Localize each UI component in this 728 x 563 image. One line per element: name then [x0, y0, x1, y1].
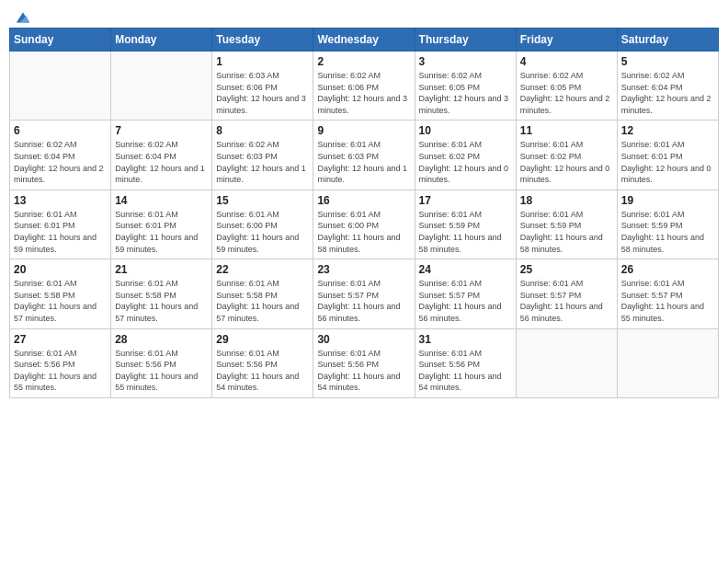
- calendar-cell: 31Sunrise: 6:01 AM Sunset: 5:56 PM Dayli…: [415, 328, 516, 397]
- day-info: Sunrise: 6:01 AM Sunset: 6:02 PM Dayligh…: [419, 139, 512, 185]
- day-info: Sunrise: 6:01 AM Sunset: 5:58 PM Dayligh…: [216, 278, 309, 324]
- day-info: Sunrise: 6:01 AM Sunset: 5:57 PM Dayligh…: [520, 278, 613, 324]
- calendar-cell: 1Sunrise: 6:03 AM Sunset: 6:06 PM Daylig…: [212, 52, 313, 121]
- day-info: Sunrise: 6:01 AM Sunset: 6:02 PM Dayligh…: [520, 139, 613, 185]
- day-number: 3: [419, 55, 512, 68]
- calendar-cell: 5Sunrise: 6:02 AM Sunset: 6:04 PM Daylig…: [617, 52, 718, 121]
- calendar-cell: 23Sunrise: 6:01 AM Sunset: 5:57 PM Dayli…: [313, 259, 415, 328]
- calendar-cell: [617, 328, 718, 397]
- calendar-cell: 8Sunrise: 6:02 AM Sunset: 6:03 PM Daylig…: [212, 121, 313, 190]
- calendar-cell: 3Sunrise: 6:02 AM Sunset: 6:05 PM Daylig…: [415, 52, 516, 121]
- calendar-cell: 9Sunrise: 6:01 AM Sunset: 6:03 PM Daylig…: [313, 121, 415, 190]
- calendar-cell: [516, 328, 617, 397]
- day-info: Sunrise: 6:01 AM Sunset: 5:59 PM Dayligh…: [520, 209, 613, 255]
- calendar-cell: 22Sunrise: 6:01 AM Sunset: 5:58 PM Dayli…: [212, 259, 313, 328]
- day-info: Sunrise: 6:02 AM Sunset: 6:03 PM Dayligh…: [216, 139, 309, 185]
- day-info: Sunrise: 6:01 AM Sunset: 6:03 PM Dayligh…: [317, 139, 410, 185]
- calendar-cell: 7Sunrise: 6:02 AM Sunset: 6:04 PM Daylig…: [111, 121, 212, 190]
- day-info: Sunrise: 6:01 AM Sunset: 5:56 PM Dayligh…: [317, 348, 410, 394]
- day-info: Sunrise: 6:01 AM Sunset: 5:57 PM Dayligh…: [419, 278, 512, 324]
- day-number: 25: [520, 263, 613, 276]
- day-info: Sunrise: 6:01 AM Sunset: 5:57 PM Dayligh…: [317, 278, 410, 324]
- day-number: 6: [14, 124, 107, 137]
- day-number: 23: [317, 263, 410, 276]
- day-info: Sunrise: 6:01 AM Sunset: 5:56 PM Dayligh…: [115, 348, 208, 394]
- logo: [13, 9, 31, 20]
- day-info: Sunrise: 6:02 AM Sunset: 6:04 PM Dayligh…: [621, 70, 714, 116]
- day-header-thursday: Thursday: [415, 29, 516, 52]
- day-info: Sunrise: 6:03 AM Sunset: 6:06 PM Dayligh…: [216, 70, 309, 116]
- day-info: Sunrise: 6:02 AM Sunset: 6:05 PM Dayligh…: [419, 70, 512, 116]
- day-number: 20: [14, 263, 107, 276]
- calendar-cell: 6Sunrise: 6:02 AM Sunset: 6:04 PM Daylig…: [10, 121, 111, 190]
- day-info: Sunrise: 6:01 AM Sunset: 6:01 PM Dayligh…: [115, 209, 208, 255]
- calendar-cell: 17Sunrise: 6:01 AM Sunset: 5:59 PM Dayli…: [415, 190, 516, 259]
- calendar-cell: 29Sunrise: 6:01 AM Sunset: 5:56 PM Dayli…: [212, 328, 313, 397]
- day-info: Sunrise: 6:01 AM Sunset: 5:56 PM Dayligh…: [419, 348, 512, 394]
- calendar-cell: 10Sunrise: 6:01 AM Sunset: 6:02 PM Dayli…: [415, 121, 516, 190]
- day-number: 17: [419, 194, 512, 207]
- day-number: 4: [520, 55, 613, 68]
- calendar-cell: 30Sunrise: 6:01 AM Sunset: 5:56 PM Dayli…: [313, 328, 415, 397]
- calendar: SundayMondayTuesdayWednesdayThursdayFrid…: [9, 28, 719, 398]
- day-number: 18: [520, 194, 613, 207]
- calendar-week-1: 1Sunrise: 6:03 AM Sunset: 6:06 PM Daylig…: [10, 52, 719, 121]
- day-number: 22: [216, 263, 309, 276]
- calendar-week-4: 20Sunrise: 6:01 AM Sunset: 5:58 PM Dayli…: [10, 259, 719, 328]
- calendar-cell: 2Sunrise: 6:02 AM Sunset: 6:06 PM Daylig…: [313, 52, 415, 121]
- day-number: 8: [216, 124, 309, 137]
- day-number: 28: [115, 333, 208, 346]
- logo-icon: [15, 9, 31, 26]
- day-number: 27: [14, 333, 107, 346]
- day-info: Sunrise: 6:02 AM Sunset: 6:05 PM Dayligh…: [520, 70, 613, 116]
- day-header-sunday: Sunday: [10, 29, 111, 52]
- calendar-week-2: 6Sunrise: 6:02 AM Sunset: 6:04 PM Daylig…: [10, 121, 719, 190]
- day-number: 7: [115, 124, 208, 137]
- calendar-cell: 12Sunrise: 6:01 AM Sunset: 6:01 PM Dayli…: [617, 121, 718, 190]
- day-number: 10: [419, 124, 512, 137]
- day-info: Sunrise: 6:02 AM Sunset: 6:04 PM Dayligh…: [14, 139, 107, 185]
- calendar-cell: [111, 52, 212, 121]
- calendar-cell: 28Sunrise: 6:01 AM Sunset: 5:56 PM Dayli…: [111, 328, 212, 397]
- day-info: Sunrise: 6:01 AM Sunset: 6:00 PM Dayligh…: [317, 209, 410, 255]
- day-info: Sunrise: 6:01 AM Sunset: 5:56 PM Dayligh…: [216, 348, 309, 394]
- day-number: 13: [14, 194, 107, 207]
- calendar-cell: 27Sunrise: 6:01 AM Sunset: 5:56 PM Dayli…: [10, 328, 111, 397]
- day-info: Sunrise: 6:01 AM Sunset: 5:56 PM Dayligh…: [14, 348, 107, 394]
- calendar-cell: 20Sunrise: 6:01 AM Sunset: 5:58 PM Dayli…: [10, 259, 111, 328]
- calendar-week-5: 27Sunrise: 6:01 AM Sunset: 5:56 PM Dayli…: [10, 328, 719, 397]
- day-info: Sunrise: 6:01 AM Sunset: 5:58 PM Dayligh…: [14, 278, 107, 324]
- day-number: 19: [621, 194, 714, 207]
- day-number: 14: [115, 194, 208, 207]
- day-number: 29: [216, 333, 309, 346]
- day-number: 15: [216, 194, 309, 207]
- day-info: Sunrise: 6:01 AM Sunset: 6:00 PM Dayligh…: [216, 209, 309, 255]
- day-number: 21: [115, 263, 208, 276]
- day-number: 24: [419, 263, 512, 276]
- calendar-cell: 26Sunrise: 6:01 AM Sunset: 5:57 PM Dayli…: [617, 259, 718, 328]
- calendar-cell: 13Sunrise: 6:01 AM Sunset: 6:01 PM Dayli…: [10, 190, 111, 259]
- day-number: 16: [317, 194, 410, 207]
- calendar-cell: 11Sunrise: 6:01 AM Sunset: 6:02 PM Dayli…: [516, 121, 617, 190]
- day-header-friday: Friday: [516, 29, 617, 52]
- day-header-saturday: Saturday: [617, 29, 718, 52]
- calendar-header-row: SundayMondayTuesdayWednesdayThursdayFrid…: [10, 29, 719, 52]
- calendar-cell: [10, 52, 111, 121]
- day-header-wednesday: Wednesday: [313, 29, 415, 52]
- calendar-cell: 19Sunrise: 6:01 AM Sunset: 5:59 PM Dayli…: [617, 190, 718, 259]
- calendar-cell: 24Sunrise: 6:01 AM Sunset: 5:57 PM Dayli…: [415, 259, 516, 328]
- calendar-cell: 21Sunrise: 6:01 AM Sunset: 5:58 PM Dayli…: [111, 259, 212, 328]
- day-number: 26: [621, 263, 714, 276]
- day-number: 5: [621, 55, 714, 68]
- page-header: [9, 9, 719, 20]
- calendar-cell: 18Sunrise: 6:01 AM Sunset: 5:59 PM Dayli…: [516, 190, 617, 259]
- calendar-cell: 25Sunrise: 6:01 AM Sunset: 5:57 PM Dayli…: [516, 259, 617, 328]
- day-number: 31: [419, 333, 512, 346]
- calendar-cell: 16Sunrise: 6:01 AM Sunset: 6:00 PM Dayli…: [313, 190, 415, 259]
- day-number: 12: [621, 124, 714, 137]
- day-info: Sunrise: 6:01 AM Sunset: 5:59 PM Dayligh…: [621, 209, 714, 255]
- day-number: 2: [317, 55, 410, 68]
- day-number: 30: [317, 333, 410, 346]
- day-header-tuesday: Tuesday: [212, 29, 313, 52]
- day-header-monday: Monday: [111, 29, 212, 52]
